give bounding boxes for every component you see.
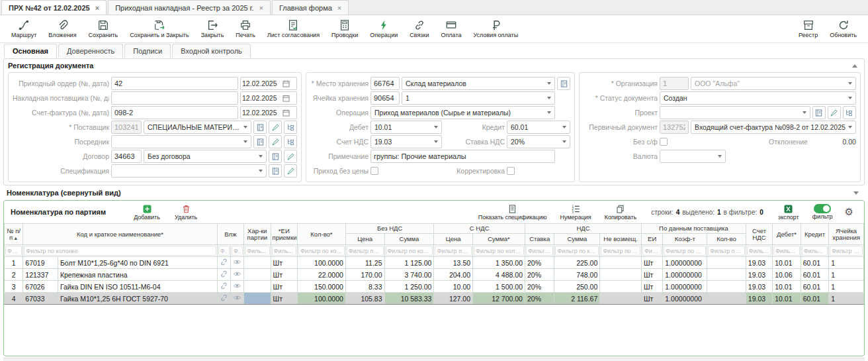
sup-qty-cell[interactable] [707,269,746,281]
price-vat-cell[interactable]: 127.00 [434,293,473,305]
qty-cell[interactable]: 150.0000 [298,281,346,293]
col-header-sum1[interactable]: Сумма [384,234,434,245]
hierarchy-button[interactable] [284,121,297,134]
export-excel-button[interactable]: экспорт [773,204,804,221]
view-icon[interactable] [230,293,243,305]
storage-cell[interactable]: 1 [829,257,864,269]
posrednik-select[interactable] [111,135,251,148]
collapse-icon[interactable] [853,191,859,195]
coef-cell[interactable]: 1.00000000 [663,281,707,293]
filter-input[interactable] [298,246,345,256]
view-icon[interactable] [230,269,243,281]
calendar-icon[interactable] [282,94,290,103]
qty-cell[interactable]: 100.0000 [298,293,346,305]
form-tab[interactable]: Основная [4,44,57,58]
sum-no-vat-cell[interactable]: 1 250.00 [384,281,434,293]
col-header-vlozh[interactable]: Влж [217,224,243,245]
qty-cell[interactable]: 22.0000 [298,269,346,281]
form-tab[interactable]: Доверенность [58,44,123,58]
chain-toolbar-button[interactable]: Связки [404,19,435,38]
sup-qty-cell[interactable] [707,257,746,269]
refresh-toolbar-button[interactable]: Обновить [824,19,863,38]
sup-qty-cell[interactable] [707,293,746,305]
name-cell[interactable]: Гайка М10*1,25 6Н ГОСТ 5927-70 [58,293,217,305]
debet-select[interactable]: 10.01 [370,121,442,134]
schet-faktura-number-input[interactable] [111,106,238,119]
filter-input[interactable] [830,246,863,256]
vat-sum-cell[interactable]: 225.00 [554,257,600,269]
price-vat-cell[interactable]: 10.00 [434,281,473,293]
edit-button[interactable] [828,106,841,119]
filter-input[interactable] [642,246,662,256]
filter-input[interactable] [5,246,22,256]
attach-toolbar-button[interactable]: Вложения [42,19,82,38]
mesto-code-input[interactable] [370,77,400,90]
vat-account-cell[interactable]: 19.03 [746,257,772,269]
batch-cell[interactable] [244,281,271,293]
edit-button[interactable] [269,121,282,134]
storage-cell[interactable]: 1 [829,281,864,293]
storage-cell[interactable]: 1 [829,293,864,305]
route-toolbar-button[interactable]: Маршрут [5,19,42,38]
window-tab[interactable]: Приходная накладная - Реестр за 2025 г.× [108,0,271,15]
filter-input[interactable] [435,246,472,256]
specifikaciya-select[interactable] [111,164,267,178]
debit-cell[interactable]: 10.01 [773,293,801,305]
vat-account-cell[interactable]: 19.03 [746,269,772,281]
copy-button[interactable]: Копировать [599,204,642,221]
bez-sf-checkbox[interactable] [660,138,668,146]
proekt-select[interactable] [660,106,810,119]
ei-cell[interactable]: Шт [271,281,297,293]
link-icon[interactable] [217,281,230,293]
price-vat-cell[interactable]: 13.50 [434,257,473,269]
stavka-nds-select[interactable]: 20% [507,135,570,148]
hierarchy-button[interactable] [843,106,856,119]
table-row[interactable]: 3 67026 Гайка DIN EN ISO 10511-М6-04 Шт … [5,281,864,293]
nakladnaya-date-input[interactable] [242,94,282,102]
row-number-cell[interactable]: 2 [5,269,23,281]
show-specification-button[interactable]: Показать спецификацию [473,204,552,221]
hierarchy-button[interactable] [284,135,297,148]
form-tab[interactable]: Подписи [124,44,171,58]
code-cell[interactable]: 67033 [23,293,58,305]
add-row-button[interactable]: Добавить [128,204,165,221]
dogovor-code-input[interactable] [111,150,142,163]
mesto-select[interactable]: Склад материалов [402,77,555,90]
collapse-icon[interactable] [852,64,857,68]
form-tab[interactable]: Входной контроль [172,44,251,58]
catalog-button[interactable] [269,164,282,178]
sum-vat-cell[interactable]: 12 700.00 [473,293,525,305]
col-header-non-refund[interactable]: Не возмещ. [600,234,642,245]
filter-input[interactable] [664,246,706,256]
delete-row-button[interactable]: Удалить [169,204,202,221]
vat-account-cell[interactable]: 19.03 [746,281,772,293]
filter-input[interactable] [708,246,745,256]
col-header-sum2[interactable]: Сумма* [473,234,525,245]
vat-sum-cell[interactable]: 250.00 [554,281,600,293]
filter-input[interactable] [773,246,799,256]
table-row[interactable]: 4 67033 Гайка М10*1,25 6Н ГОСТ 5927-70 Ш… [5,293,864,305]
col-header-qty[interactable]: Кол-во* [298,224,346,245]
horizontal-scrollbar[interactable] [3,358,865,361]
vat-rate-cell[interactable]: 20% [525,281,554,293]
close-icon[interactable]: × [337,4,341,12]
col-header-coef[interactable]: Коэф-т [663,234,707,245]
col-header-code-name[interactable]: Код и краткое наименование* [23,224,217,245]
filter-input[interactable] [218,246,230,256]
prihod-order-number-input[interactable] [111,77,238,90]
col-header-credit[interactable]: Кредит [801,224,828,245]
sup-ei-cell[interactable]: Шт [642,293,663,305]
nakladnaya-number-input[interactable] [111,91,238,105]
filter-toggle[interactable]: фильтр [807,204,838,220]
filter-input[interactable] [245,246,269,256]
filter-input[interactable] [601,246,640,256]
vat-sum-cell[interactable]: 748.00 [554,269,600,281]
col-header-batch[interactable]: Хар-ки партии [244,224,271,245]
filter-input[interactable] [386,246,433,256]
sum-vat-cell[interactable]: 1 350.00 [473,257,525,269]
vat-rate-cell[interactable]: 20% [525,269,554,281]
edit-button[interactable] [284,150,297,163]
prihod-order-date-field[interactable] [240,77,297,90]
schet-faktura-date-field[interactable] [240,106,297,119]
price-no-vat-cell[interactable]: 170.00 [345,269,384,281]
